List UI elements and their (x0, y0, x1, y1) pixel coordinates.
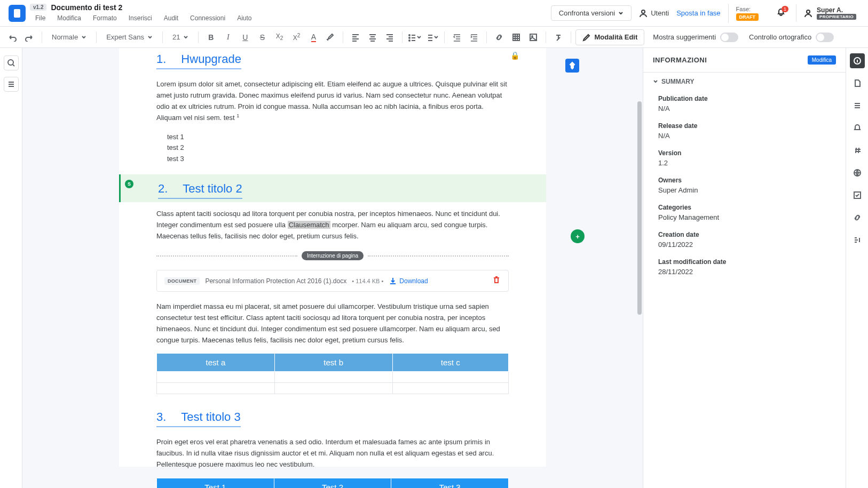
owner-role-badge: PROPRIETARIO (817, 14, 856, 20)
lock-icon: 🔒 (510, 51, 519, 60)
lines-tab[interactable] (850, 98, 865, 113)
globe-tab[interactable] (850, 165, 865, 180)
users-label: Utenti (651, 9, 669, 17)
list[interactable]: test 1 test 2 test 3 (156, 132, 509, 165)
summary-collapse[interactable]: SUMMARY (643, 73, 846, 91)
italic-button[interactable]: I (220, 29, 236, 45)
user-icon (639, 9, 648, 18)
heading-number: 2. (158, 182, 168, 195)
heading-3[interactable]: 3.Test titolo 3 (156, 406, 241, 427)
search-button[interactable] (4, 55, 19, 70)
menu-edit[interactable]: Modifica (52, 13, 86, 23)
clear-format-icon (554, 33, 563, 42)
owner-box[interactable]: Super A. PROPRIETARIO (796, 4, 864, 22)
table-cell[interactable] (274, 372, 392, 383)
users-button[interactable]: Utenti (639, 9, 669, 18)
notifications-button[interactable]: 1 (774, 8, 788, 18)
delete-attachment-button[interactable] (492, 276, 501, 286)
bullet-list-button[interactable] (407, 29, 423, 45)
notification-count: 1 (782, 6, 788, 12)
table-button[interactable] (508, 29, 524, 45)
image-button[interactable] (525, 29, 541, 45)
summary-label: SUMMARY (661, 78, 695, 85)
spellcheck-toggle[interactable] (816, 33, 834, 42)
menu-connections[interactable]: Connessioni (185, 13, 231, 23)
edit-mode-button[interactable]: Modalità Edit (575, 29, 644, 45)
tags-tab[interactable] (850, 143, 865, 158)
subscript-button[interactable]: X2 (271, 29, 287, 45)
download-link[interactable]: Download (389, 277, 428, 285)
table-cell[interactable] (274, 383, 392, 394)
superscript-button[interactable]: X2 (288, 29, 304, 45)
clear-format-button[interactable] (550, 29, 566, 45)
compare-versions-button[interactable]: Confronta versioni (551, 5, 632, 21)
undo-icon (8, 33, 17, 42)
heading-text: Hwupgrade (181, 52, 241, 66)
highlight-button[interactable] (322, 29, 338, 45)
redo-button[interactable] (21, 29, 37, 45)
style-value: Normale (52, 33, 78, 41)
list-item: test 3 (167, 154, 509, 165)
owners-label: Owners (658, 177, 831, 184)
flow-icon (853, 236, 862, 244)
menu-insert[interactable]: Inserisci (123, 13, 157, 23)
link-button[interactable] (491, 29, 507, 45)
number-list-button[interactable] (424, 29, 440, 45)
scrollbar[interactable] (637, 101, 642, 315)
heading-1[interactable]: 1.Hwupgrade (156, 48, 241, 69)
strikethrough-button[interactable]: S (254, 29, 270, 45)
image-icon (529, 33, 538, 42)
info-tab[interactable] (850, 53, 865, 68)
table-cell[interactable] (157, 383, 275, 394)
table-cell[interactable] (392, 372, 508, 383)
svg-point-0 (642, 10, 645, 13)
document-title[interactable]: Documento di test 2 (51, 3, 122, 12)
list-icon (7, 80, 15, 89)
indent-button[interactable] (466, 29, 482, 45)
align-right-button[interactable] (382, 29, 398, 45)
outdent-button[interactable] (449, 29, 465, 45)
link-tab[interactable] (850, 210, 865, 225)
align-center-button[interactable] (365, 29, 381, 45)
page-break[interactable]: Interruzione di pagina (156, 251, 509, 260)
flow-tab[interactable] (850, 233, 865, 247)
table-cell[interactable] (157, 372, 275, 383)
undo-button[interactable] (4, 29, 20, 45)
paragraph[interactable]: Lorem ipsum dolor sit amet, consectetur … (156, 79, 509, 124)
pin-button[interactable] (565, 59, 579, 73)
trash-icon (492, 276, 501, 284)
menu-file[interactable]: File (30, 13, 51, 23)
style-select[interactable]: Normale (46, 31, 92, 43)
app-logo[interactable] (9, 5, 26, 22)
paragraph[interactable]: Nam imperdiet massa eu mi placerat, sit … (156, 301, 509, 346)
table-1[interactable]: test atest btest c (156, 353, 509, 394)
align-center-icon (368, 33, 377, 42)
table-cell[interactable] (392, 383, 508, 394)
outline-button[interactable] (4, 77, 19, 92)
move-phase-link[interactable]: Sposta in fase (676, 9, 720, 17)
align-right-icon (385, 33, 394, 42)
alerts-tab[interactable] (850, 121, 865, 135)
svg-point-4 (409, 40, 410, 41)
table-2[interactable]: Test 1Test 2Test 3 (156, 478, 509, 488)
text-color-button[interactable]: A (305, 29, 321, 45)
paragraph[interactable]: Proin eget eros vel erat pharetra venena… (156, 437, 509, 470)
doc-tab[interactable] (850, 76, 865, 91)
page-break-label: Interruzione di pagina (302, 251, 364, 260)
suggestions-toggle[interactable] (720, 33, 738, 42)
menu-help[interactable]: Aiuto (232, 13, 257, 23)
check-tab[interactable] (850, 188, 865, 203)
selected-section[interactable]: S 2.Test titolo 2 (119, 174, 546, 202)
paragraph[interactable]: Class aptent taciti sociosqu ad litora t… (156, 209, 509, 242)
heading-2[interactable]: 2.Test titolo 2 (158, 178, 242, 199)
menu-audit[interactable]: Audit (159, 13, 184, 23)
add-section-button[interactable]: + (571, 229, 585, 243)
font-size-select[interactable]: 21 (167, 31, 194, 43)
globe-icon (853, 169, 862, 177)
info-edit-button[interactable]: Modifica (808, 55, 836, 65)
underline-button[interactable]: U (237, 29, 253, 45)
font-select[interactable]: Expert Sans (101, 31, 158, 43)
align-left-button[interactable] (348, 29, 364, 45)
menu-format[interactable]: Formato (88, 13, 122, 23)
bold-button[interactable]: B (203, 29, 219, 45)
